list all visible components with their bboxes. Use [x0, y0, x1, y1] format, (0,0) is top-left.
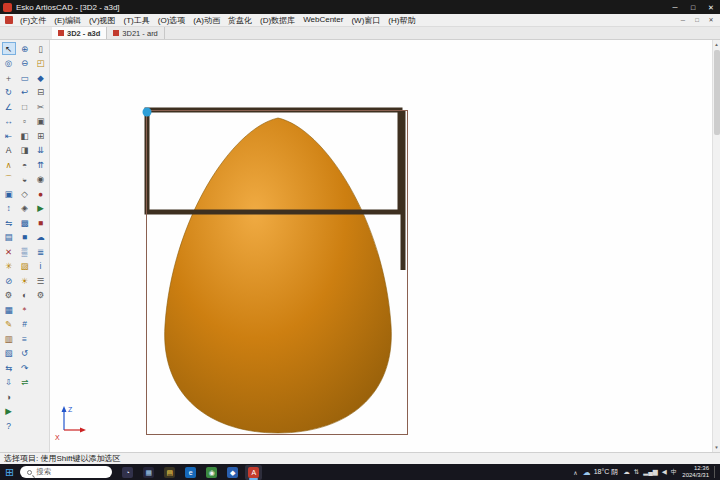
taskbar-clock[interactable]: 12:36 2024/3/31 — [682, 465, 709, 479]
webcenter-tool[interactable]: ☁ — [34, 230, 48, 244]
duplicate-tool[interactable]: ▤ — [2, 230, 16, 244]
stop-animation-tool[interactable]: ■ — [34, 216, 48, 230]
add-hardware-tool[interactable]: ⚙ — [2, 288, 16, 302]
solid-mode-tool[interactable]: ■ — [18, 230, 32, 244]
scroll-down-button[interactable]: ▼ — [713, 443, 720, 452]
cut-tool[interactable]: ✂ — [34, 100, 48, 114]
cross-section-tool[interactable]: ⊘ — [2, 274, 16, 288]
help-tool[interactable]: ? — [2, 419, 16, 433]
convert-2d-tool[interactable]: ⇆ — [2, 361, 16, 375]
taskbar-app-edge[interactable]: e — [182, 465, 199, 480]
rotate-view-tool[interactable]: ↻ — [2, 85, 16, 99]
new-file-tool[interactable]: ▯ — [34, 42, 48, 56]
palletize-tool[interactable]: ▥ — [2, 332, 16, 346]
explode-view-tool[interactable]: ✳ — [2, 259, 16, 273]
network-icon[interactable]: ▂▄▆ — [643, 468, 658, 476]
select-tool[interactable]: ↖ — [2, 42, 16, 56]
onedrive-icon[interactable]: ☁ — [623, 468, 630, 476]
isometric-view-tool[interactable]: ◇ — [18, 187, 32, 201]
text-tool[interactable]: A — [2, 143, 16, 157]
delete-tool[interactable]: ✕ — [2, 245, 16, 259]
front-view-tool[interactable]: □ — [18, 100, 32, 114]
taskbar-app-task-view[interactable]: ▦ — [140, 465, 157, 480]
taskbar-app-copilot[interactable]: ◔ — [119, 465, 136, 480]
distance-tool[interactable]: ↔ — [2, 114, 16, 128]
drawing-canvas[interactable]: Z X — [50, 40, 712, 452]
child-restore-button[interactable]: □ — [690, 15, 704, 26]
animation-record-tool[interactable]: ● — [34, 187, 48, 201]
tab-3d21-ard[interactable]: 3D21 - ard — [107, 27, 164, 39]
show-desktop-button[interactable] — [714, 466, 717, 478]
shadow-tool[interactable]: ◐ — [18, 288, 32, 302]
start-button[interactable]: ⊞ — [3, 464, 16, 480]
database-tool[interactable]: ≣ — [34, 245, 48, 259]
menu-edit[interactable]: (E)编辑 — [50, 15, 85, 26]
undo-tool[interactable]: ↺ — [18, 346, 32, 360]
weather-widget[interactable]: ☁ 18°C 阴 — [583, 467, 619, 477]
right-view-tool[interactable]: ◨ — [18, 143, 32, 157]
menu-webcenter[interactable]: WebCenter — [299, 15, 347, 26]
copy-clipboard-tool[interactable]: ▣ — [34, 114, 48, 128]
dimension-tool[interactable]: ⇤ — [2, 129, 16, 143]
menu-file[interactable]: (F)文件 — [16, 15, 50, 26]
zoom-previous-tool[interactable]: ↩ — [18, 85, 32, 99]
minimize-button[interactable]: ─ — [666, 0, 684, 14]
taskbar-app-chrome[interactable]: ◉ — [203, 465, 220, 480]
export-tool[interactable]: ⇩ — [2, 375, 16, 389]
scroll-up-button[interactable]: ▲ — [713, 40, 720, 49]
wireframe-mode-tool[interactable]: ▩ — [18, 216, 32, 230]
info-tool[interactable]: i — [34, 259, 48, 273]
top-view-tool[interactable]: ◓ — [18, 158, 32, 172]
save-file-tool[interactable]: ◆ — [34, 71, 48, 85]
back-view-tool[interactable]: ▫ — [18, 114, 32, 128]
selection-handle[interactable] — [143, 108, 152, 117]
vertical-scrollbar[interactable]: ▲ ▼ — [712, 40, 720, 452]
export-3d-tool[interactable]: ⇈ — [34, 158, 48, 172]
redo-tool[interactable]: ↷ — [18, 361, 32, 375]
paste-tool[interactable]: ⊞ — [34, 129, 48, 143]
transparency-tool[interactable]: ▒ — [18, 245, 32, 259]
play-animation-tool[interactable]: ▶ — [34, 201, 48, 215]
menu-options[interactable]: (O)选项 — [154, 15, 190, 26]
report-tool[interactable]: ▧ — [2, 346, 16, 360]
camera-tool[interactable]: ◉ — [34, 172, 48, 186]
menu-help[interactable]: (H)帮助 — [384, 15, 419, 26]
taskbar-app-blue-app[interactable]: ◆ — [224, 465, 241, 480]
angle-tool[interactable]: ∠ — [2, 100, 16, 114]
zoom-out-tool[interactable]: ⊖ — [18, 56, 32, 70]
properties-tool[interactable]: ☰ — [34, 274, 48, 288]
input-method-indicator[interactable]: 中 — [671, 468, 678, 477]
render-tool[interactable]: ◑ — [2, 390, 16, 404]
scrollbar-thumb[interactable] — [714, 50, 720, 135]
perspective-view-tool[interactable]: ◈ — [18, 201, 32, 215]
refresh-tool[interactable]: ⇌ — [18, 375, 32, 389]
mirror-tool[interactable]: ⇋ — [2, 216, 16, 230]
restore-button[interactable]: □ — [684, 0, 702, 14]
bend-tool[interactable]: ⌒ — [2, 172, 16, 186]
left-view-tool[interactable]: ◧ — [18, 129, 32, 143]
open-file-tool[interactable]: ◰ — [34, 56, 48, 70]
egg-model[interactable] — [165, 118, 392, 433]
print-tool[interactable]: ⊟ — [34, 85, 48, 99]
settings-tool[interactable]: ⚙ — [34, 288, 48, 302]
pan-tool[interactable]: ＋ — [2, 71, 16, 85]
zoom-extents-tool[interactable]: ▭ — [18, 71, 32, 85]
menu-view[interactable]: (V)视图 — [85, 15, 120, 26]
taskbar-search[interactable]: 搜索 — [20, 466, 112, 478]
sync-icon[interactable]: ⇅ — [634, 468, 639, 476]
zoom-window-tool[interactable]: ◎ — [2, 56, 16, 70]
move-tool[interactable]: ↕ — [2, 201, 16, 215]
child-minimize-button[interactable]: ─ — [676, 15, 690, 26]
menu-animation[interactable]: (A)动画 — [189, 15, 224, 26]
tab-3d2-a3d[interactable]: 3D2 - a3d — [52, 27, 107, 39]
background-tool[interactable]: ▨ — [18, 259, 32, 273]
zoom-in-tool[interactable]: ⊕ — [18, 42, 32, 56]
menu-palletization[interactable]: 货盘化 — [224, 15, 256, 26]
child-close-button[interactable]: ✕ — [704, 15, 718, 26]
import-tool[interactable]: ⇊ — [34, 143, 48, 157]
chevron-up-icon[interactable]: ∧ — [573, 469, 577, 476]
graphics-tool[interactable]: ▦ — [2, 303, 16, 317]
label-tool[interactable]: ✎ — [2, 317, 16, 331]
light-source-tool[interactable]: ☀ — [18, 274, 32, 288]
grid-tool[interactable]: # — [18, 317, 32, 331]
